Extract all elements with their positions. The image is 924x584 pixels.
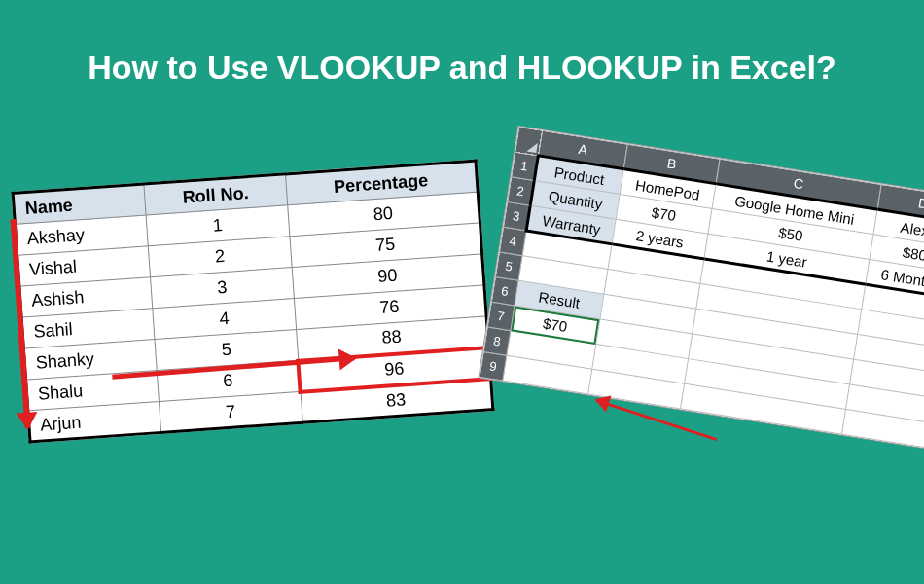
sheet-corner bbox=[515, 127, 543, 155]
hlookup-sheet: A B C D 1 Product HomePod Google Home Mi… bbox=[479, 127, 924, 449]
vlookup-table: Name Roll No. Percentage Akshay 1 80 Vis… bbox=[12, 160, 495, 444]
page-title: How to Use VLOOKUP and HLOOKUP in Excel? bbox=[88, 49, 836, 87]
